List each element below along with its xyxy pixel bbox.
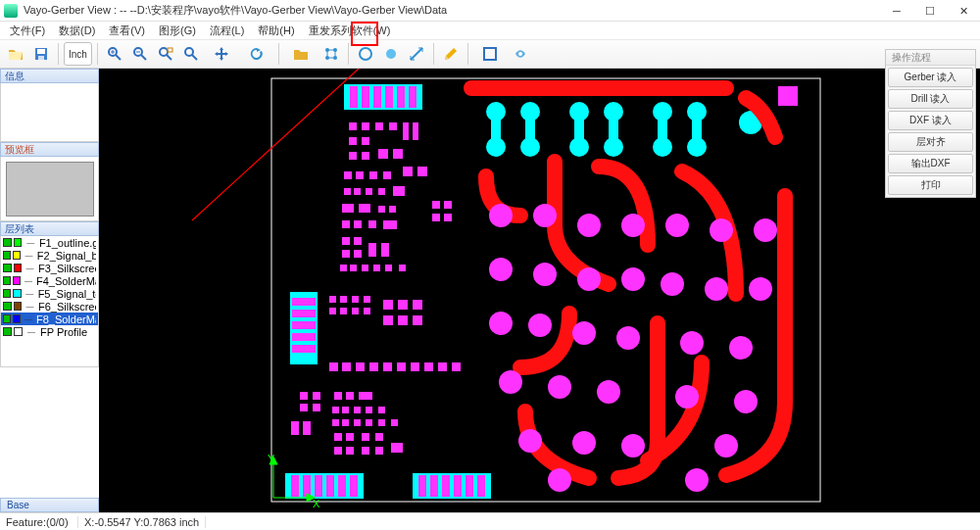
svg-point-97 <box>572 431 596 455</box>
svg-rect-43 <box>338 475 346 497</box>
svg-rect-46 <box>430 475 438 497</box>
layer-color-swatch[interactable] <box>14 238 23 247</box>
svg-point-86 <box>528 313 552 337</box>
layer-row[interactable]: —F1_outline.g <box>1 236 98 249</box>
layer-visible-icon[interactable] <box>3 251 11 260</box>
menu-series[interactable]: 重发系列软件(W) <box>303 24 397 38</box>
menu-flow[interactable]: 流程(L) <box>204 24 250 38</box>
svg-rect-197 <box>362 447 369 455</box>
svg-rect-33 <box>292 310 316 317</box>
svg-rect-30 <box>409 86 416 108</box>
svg-line-4 <box>116 55 121 60</box>
svg-rect-114 <box>344 171 352 179</box>
layer-color-swatch[interactable] <box>13 289 21 298</box>
menu-view[interactable]: 查看(V) <box>103 24 151 38</box>
measure-button[interactable] <box>405 42 428 66</box>
layer-color-swatch[interactable] <box>14 264 23 272</box>
btn-print[interactable]: 打印 <box>888 175 973 195</box>
svg-rect-137 <box>368 243 376 257</box>
svg-rect-41 <box>315 475 322 497</box>
svg-rect-139 <box>340 265 347 271</box>
svg-rect-116 <box>369 171 377 179</box>
close-button[interactable]: ✕ <box>947 0 980 22</box>
layer-linestyle-icon: — <box>23 276 34 285</box>
svg-rect-156 <box>364 308 370 314</box>
maximize-button[interactable]: ☐ <box>913 0 947 22</box>
unit-toggle[interactable]: Inch <box>64 42 92 66</box>
svg-rect-129 <box>342 220 350 228</box>
zoom-window-button[interactable] <box>154 42 177 66</box>
svg-rect-32 <box>292 298 316 306</box>
preview-thumbnail[interactable] <box>6 162 94 217</box>
svg-rect-21 <box>484 48 496 60</box>
svg-rect-119 <box>417 167 427 176</box>
zoom-out-button[interactable] <box>128 42 152 66</box>
svg-rect-181 <box>342 407 349 413</box>
svg-rect-122 <box>366 188 372 195</box>
svg-point-82 <box>661 272 684 296</box>
btn-layer-align[interactable]: 层对齐 <box>888 132 973 152</box>
highlight-button[interactable] <box>379 42 403 66</box>
save-button[interactable] <box>29 42 53 66</box>
svg-rect-177 <box>334 392 342 400</box>
layer-color-swatch[interactable] <box>13 314 21 323</box>
btn-export-dxf[interactable]: 输出DXF <box>888 154 973 173</box>
info-panel <box>0 83 99 142</box>
svg-rect-179 <box>359 392 372 400</box>
layer-row[interactable]: —F6_Silkscree <box>1 300 98 313</box>
layer-linestyle-icon: — <box>23 314 34 323</box>
rect-select-button[interactable] <box>473 42 507 66</box>
menu-graphic[interactable]: 图形(G) <box>153 24 202 38</box>
layer-visible-icon[interactable] <box>3 314 11 323</box>
btn-dxf-import[interactable]: DXF 读入 <box>888 111 973 130</box>
svg-rect-26 <box>362 86 369 108</box>
layer-color-swatch[interactable] <box>13 276 21 285</box>
minimize-button[interactable]: ─ <box>880 0 913 22</box>
layer-color-swatch[interactable] <box>13 251 21 260</box>
layer-visible-icon[interactable] <box>3 238 12 247</box>
title-bar: Vayo-Gerber View : -- --D:\安装程序\vayo软件\V… <box>0 0 980 22</box>
menu-data[interactable]: 数据(D) <box>53 24 101 38</box>
layer-visible-icon[interactable] <box>3 276 11 285</box>
layer-row[interactable]: —FP Profile <box>1 325 98 338</box>
pcb-canvas[interactable]: Y X <box>99 69 980 512</box>
svg-rect-135 <box>342 250 350 258</box>
open-button[interactable] <box>4 42 27 66</box>
layer-visible-icon[interactable] <box>3 302 12 311</box>
circle-tool-button[interactable] <box>354 42 377 66</box>
svg-rect-153 <box>329 308 336 314</box>
pan-button[interactable] <box>205 42 238 66</box>
svg-rect-112 <box>378 149 388 159</box>
layers-button[interactable] <box>284 42 318 66</box>
btn-gerber-import[interactable]: Gerber 读入 <box>888 68 973 87</box>
refresh-button[interactable] <box>240 42 273 66</box>
layer-row[interactable]: —F8_SolderMas <box>1 313 98 325</box>
svg-point-83 <box>705 277 728 301</box>
layer-row[interactable]: —F3_Silkscree <box>1 262 98 274</box>
pencil-tool-button[interactable] <box>439 42 463 66</box>
zoom-fit-button[interactable] <box>179 42 203 66</box>
base-tab[interactable]: Base <box>0 498 99 512</box>
layer-name-label: F4_SolderMas <box>36 275 96 287</box>
zoom-in-button[interactable] <box>103 42 126 66</box>
btn-drill-import[interactable]: Drill 读入 <box>888 89 973 109</box>
menu-help[interactable]: 帮助(H) <box>252 24 300 38</box>
svg-rect-187 <box>354 419 361 426</box>
svg-rect-49 <box>466 475 473 497</box>
layer-visible-icon[interactable] <box>3 327 12 336</box>
layer-visible-icon[interactable] <box>3 289 11 298</box>
svg-point-99 <box>714 434 738 458</box>
svg-point-10 <box>160 48 168 56</box>
layer-row[interactable]: —F2_Signal_bo <box>1 249 98 262</box>
toolbar: Inch <box>0 39 980 69</box>
svg-rect-159 <box>413 300 422 310</box>
layer-color-swatch[interactable] <box>14 302 23 311</box>
clear-button[interactable] <box>509 42 532 66</box>
layer-visible-icon[interactable] <box>3 264 12 272</box>
layer-color-swatch[interactable] <box>14 327 23 336</box>
layer-row[interactable]: —F5_Signal_to <box>1 287 98 300</box>
layer-row[interactable]: —F4_SolderMas <box>1 274 98 287</box>
layer-list[interactable]: —F1_outline.g—F2_Signal_bo—F3_Silkscree—… <box>0 236 99 367</box>
align-button[interactable] <box>319 42 343 66</box>
menu-file[interactable]: 文件(F) <box>4 24 51 38</box>
